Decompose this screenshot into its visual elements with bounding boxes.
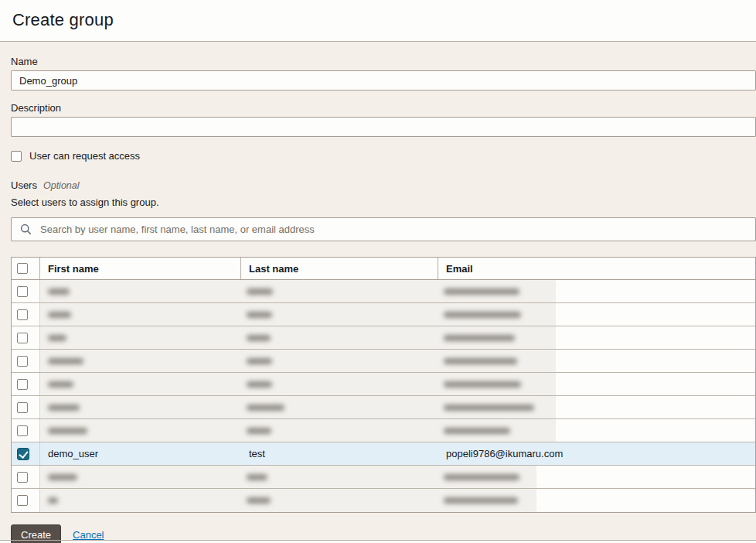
users-label: Users	[11, 179, 37, 191]
row-checkbox[interactable]	[17, 495, 28, 506]
table-row[interactable]: demo_usertestpopeli9786@ikumaru.com	[12, 442, 755, 466]
redacted-text-blob	[444, 312, 521, 318]
redacted-text-blob	[444, 405, 534, 411]
row-checkbox[interactable]	[17, 333, 28, 343]
row-checkbox-cell	[12, 466, 40, 488]
redacted-text-blob	[48, 358, 83, 364]
redacted-row-content	[40, 373, 556, 395]
redacted-text-blob	[247, 289, 273, 295]
select-all-checkbox[interactable]	[17, 263, 28, 274]
users-table-header: First name Last name Email	[12, 258, 755, 280]
redacted-text-blob	[48, 312, 71, 318]
table-row[interactable]	[12, 466, 755, 489]
redacted-row-content	[40, 419, 556, 442]
table-row[interactable]	[12, 373, 755, 396]
create-group-form: Name Description User can request access…	[0, 42, 756, 541]
row-checkbox-cell	[12, 350, 40, 372]
select-all-cell	[12, 258, 40, 279]
row-checkbox[interactable]	[17, 448, 29, 460]
description-input[interactable]	[11, 117, 756, 137]
redacted-text-blob	[247, 405, 284, 411]
redacted-text-blob	[48, 405, 80, 411]
redacted-row-content	[40, 280, 556, 302]
table-row[interactable]	[12, 280, 755, 303]
row-checkbox[interactable]	[17, 356, 28, 367]
page-header: Create group	[0, 0, 756, 41]
redacted-text-blob	[48, 428, 87, 434]
user-table-body: demo_usertestpopeli9786@ikumaru.com	[12, 280, 755, 512]
table-row[interactable]	[12, 326, 755, 350]
redacted-text-blob	[444, 497, 518, 504]
row-checkbox-cell	[12, 280, 40, 302]
redacted-text-blob	[444, 428, 510, 434]
redacted-text-blob	[48, 289, 70, 295]
bottom-divider	[0, 540, 756, 541]
table-row[interactable]	[12, 396, 755, 419]
row-checkbox-cell	[12, 303, 40, 326]
description-label: Description	[11, 102, 756, 114]
search-icon	[20, 224, 32, 235]
request-access-checkbox[interactable]	[11, 151, 22, 162]
redacted-row-content	[40, 396, 556, 418]
row-checkbox[interactable]	[17, 472, 28, 483]
redacted-text-blob	[444, 474, 519, 480]
row-checkbox[interactable]	[17, 402, 28, 413]
row-checkbox[interactable]	[17, 286, 28, 297]
redacted-row-content	[40, 350, 556, 372]
row-checkbox-cell	[12, 489, 40, 512]
users-optional-tag: Optional	[43, 180, 80, 191]
page-title: Create group	[12, 10, 744, 30]
redacted-text-blob	[247, 358, 272, 364]
redacted-text-blob	[48, 474, 77, 480]
name-input[interactable]	[11, 70, 756, 90]
row-checkbox-cell	[12, 373, 40, 395]
request-access-label: User can request access	[29, 150, 140, 162]
column-header-last-name: Last name	[241, 258, 438, 279]
row-checkbox-cell	[12, 442, 40, 465]
redacted-text-blob	[247, 312, 272, 318]
first-name-cell: demo_user	[40, 442, 241, 465]
redacted-row-content	[40, 466, 536, 488]
table-row[interactable]	[12, 489, 755, 512]
redacted-text-blob	[247, 497, 271, 504]
request-access-row[interactable]: User can request access	[11, 150, 756, 162]
redacted-row-content	[40, 303, 556, 326]
redacted-row-content	[40, 326, 556, 349]
redacted-text-blob	[444, 335, 515, 341]
redacted-text-blob	[48, 497, 58, 504]
redacted-text-blob	[48, 381, 73, 388]
row-checkbox[interactable]	[17, 309, 28, 320]
email-cell: popeli9786@ikumaru.com	[438, 442, 755, 465]
search-placeholder: Search by user name, first name, last na…	[40, 224, 315, 235]
column-header-email: Email	[438, 258, 755, 279]
redacted-text-blob	[247, 335, 271, 341]
cancel-link[interactable]: Cancel	[73, 529, 104, 541]
column-header-first-name: First name	[40, 258, 241, 279]
users-table: First name Last name Email demo_usertest…	[11, 257, 756, 513]
redacted-text-blob	[48, 335, 66, 341]
row-checkbox[interactable]	[17, 425, 28, 436]
row-checkbox-cell	[12, 419, 40, 442]
table-row[interactable]	[12, 303, 755, 326]
table-row[interactable]	[12, 419, 755, 442]
users-hint: Select users to assign this group.	[11, 196, 756, 208]
row-checkbox-cell	[12, 326, 40, 349]
name-label: Name	[11, 56, 756, 67]
table-row[interactable]	[12, 350, 755, 373]
row-checkbox-cell	[12, 396, 40, 418]
last-name-cell: test	[241, 442, 438, 465]
redacted-text-blob	[444, 381, 521, 388]
redacted-text-blob	[444, 289, 519, 295]
redacted-row-content	[40, 489, 536, 512]
row-checkbox[interactable]	[17, 379, 28, 390]
redacted-text-blob	[444, 358, 517, 364]
user-search-input[interactable]: Search by user name, first name, last na…	[11, 217, 756, 241]
redacted-text-blob	[247, 381, 272, 388]
redacted-text-blob	[247, 474, 267, 480]
redacted-text-blob	[247, 428, 271, 434]
